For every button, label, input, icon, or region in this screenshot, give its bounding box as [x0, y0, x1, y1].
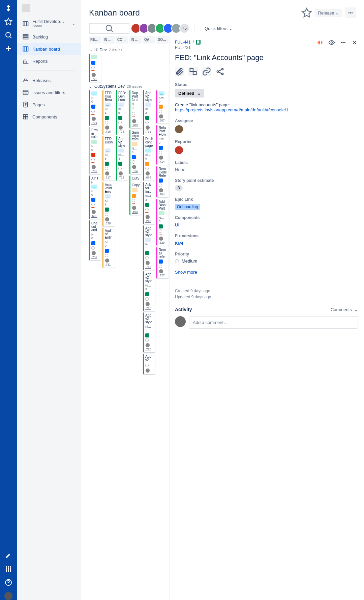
link-icon[interactable] — [202, 67, 211, 76]
fix-value[interactable]: Kiwi — [175, 241, 183, 246]
kanban-card[interactable]: FED: Gen hom…Ki…5.725 — [116, 90, 128, 135]
kanban-card[interactable]: App v2 styleKi…3.715 — [143, 271, 155, 311]
svg-rect-7 — [6, 570, 7, 572]
kanban-card[interactable]: FED: Hug Brea…Ki…1.716 — [102, 90, 115, 135]
sidebar-item-reports[interactable]: Reports — [17, 55, 81, 67]
star-button[interactable] — [301, 7, 312, 18]
kanban-card[interactable]: A h t p…N…0••••.603 — [89, 175, 101, 219]
description-link[interactable]: https://projects.invisionapp.com/d/main/… — [175, 107, 289, 112]
watch-icon[interactable] — [328, 39, 335, 46]
kanban-card[interactable]: App v2 style…Ki…1.713 — [143, 225, 155, 270]
sidebar-item-releases[interactable]: Releases — [17, 74, 81, 86]
svg-point-28 — [222, 73, 223, 75]
reporter-label: Reporter — [175, 139, 358, 144]
swimlane-header[interactable]: ⌄ OutSystems Dev 26 issues — [89, 82, 169, 90]
rocket-icon[interactable] — [4, 551, 12, 560]
kanban-card[interactable]: Sam expo from…N…0.514 — [129, 130, 142, 174]
kanban-card[interactable]: Rem Code Refe.704 — [156, 166, 169, 197]
kanban-card[interactable]: …Kiwi0.687 — [156, 90, 169, 124]
activity-selector[interactable]: Comments ⌄ — [331, 307, 358, 312]
epic-label: Epic Link — [175, 197, 358, 202]
subtask-icon[interactable] — [188, 67, 198, 76]
avatar-more[interactable]: +5 — [179, 23, 189, 33]
kanban-card[interactable]: App v2 style…Ki…3.712 — [116, 136, 128, 181]
kanban-card[interactable]: …N…0••••.701 — [89, 90, 101, 126]
priority-icon — [175, 259, 179, 263]
sidebar-item-components[interactable]: Components — [17, 111, 81, 123]
kanban-card[interactable]: Refa Part FlowKiwi0.714 — [156, 125, 169, 165]
kanban-card[interactable]: Che out andN…0.732 — [89, 220, 101, 260]
share-icon[interactable] — [215, 67, 225, 76]
give-feedback-icon[interactable] — [317, 39, 324, 46]
breadcrumb-child[interactable]: FUL-721 — [175, 45, 191, 50]
issue-title[interactable]: FED: "Link Accounts" page — [175, 53, 358, 62]
kanban-card[interactable]: …••••.723 — [89, 54, 101, 82]
column-header[interactable]: DO… — [156, 36, 169, 44]
comment-input[interactable]: Add a comment… — [189, 316, 358, 329]
quick-filters[interactable]: Quick filters ⌄ — [205, 26, 233, 31]
star-icon[interactable] — [4, 18, 12, 26]
apps-icon[interactable] — [4, 565, 12, 573]
breadcrumb-parent[interactable]: FUL-441 — [175, 40, 191, 45]
kanban-card[interactable]: Erro in calc…N…0••••.702 — [89, 127, 101, 174]
more-icon[interactable]: ••• — [340, 39, 346, 46]
sp-label: Story point estimate — [175, 178, 358, 183]
kanban-card[interactable]: Dup Part funcN…0••••.703 — [129, 90, 142, 128]
project-name — [33, 6, 34, 11]
kanban-card[interactable]: Acco valid Erro…Ki…8.638 — [102, 182, 115, 226]
comment-avatar — [175, 316, 186, 327]
column-header[interactable]: IN … — [129, 36, 142, 44]
kanban-card[interactable]: App v2 style…Ki…2.711 — [143, 90, 155, 135]
svg-rect-6 — [10, 568, 11, 570]
jira-logo-icon[interactable] — [4, 4, 12, 12]
column-header[interactable]: IN … — [102, 36, 115, 44]
column-header[interactable]: QA… — [143, 36, 155, 44]
labels-value[interactable]: None — [175, 167, 358, 172]
svg-rect-8 — [8, 570, 9, 572]
kanban-card[interactable]: Dash cont page…Ki…0.686 — [143, 136, 155, 181]
description[interactable]: Create "link accounts" page: https://pro… — [175, 102, 358, 112]
labels-label: Labels — [175, 160, 358, 165]
attach-icon[interactable] — [175, 67, 184, 76]
release-button[interactable]: Release ⌄ — [315, 9, 342, 17]
sidebar-item-board[interactable]: Fulfill Develop… Board ⌄ — [17, 16, 81, 31]
kanban-card[interactable]: Ask for firstKiwi3••••.242 — [143, 182, 155, 224]
column-header[interactable]: RE… — [89, 36, 101, 44]
sidebar-item-sublabel: Board — [32, 24, 64, 28]
backlog-icon — [22, 33, 29, 40]
close-icon[interactable] — [351, 39, 358, 46]
kanban-card[interactable]: App v2 styleKi…1.728 — [143, 312, 155, 352]
kanban-board: RE…IN …CO…IN …QA…DO… ⌄ UI Dev 7 issues…•… — [81, 36, 169, 600]
plus-icon[interactable] — [4, 45, 12, 53]
components-value[interactable]: UI — [175, 222, 179, 227]
kanban-card[interactable]: App v2 — [143, 354, 155, 374]
help-icon[interactable] — [4, 578, 12, 587]
status-dropdown[interactable]: Defined⌄ — [175, 89, 204, 98]
user-avatar[interactable] — [4, 592, 12, 600]
assignee-field[interactable] — [175, 125, 358, 133]
search-input[interactable] — [89, 23, 129, 34]
filters-icon — [22, 89, 29, 96]
swimlane-header[interactable]: ⌄ UI Dev 7 issues — [89, 46, 169, 54]
sidebar-item-label: Pages — [32, 102, 45, 107]
sp-value[interactable]: 8 — [175, 185, 183, 191]
kanban-card[interactable]: Aud of EntirKi…0.731 — [102, 228, 115, 268]
ship-icon — [22, 77, 29, 84]
sidebar-item-pages[interactable]: Pages — [17, 99, 81, 111]
sidebar-item-backlog[interactable]: Backlog — [17, 31, 81, 43]
epic-value[interactable]: Onboarding — [175, 204, 200, 210]
kanban-card[interactable]: OutS - Copy…••••.493 — [129, 175, 142, 215]
priority-value[interactable]: Medium — [175, 258, 358, 264]
search-icon[interactable] — [4, 31, 12, 39]
kanban-card[interactable]: Add "Ass Part…N…0••••.629 — [156, 199, 169, 246]
chevron-down-icon: ⌄ — [197, 91, 201, 96]
sidebar-item-kanban[interactable]: Kanban board — [17, 43, 81, 55]
column-header[interactable]: CO… — [116, 36, 128, 44]
kanban-card[interactable]: FED: Dash -…Ki…5.717 — [102, 136, 115, 181]
kanban-card[interactable]: Rem all refer.727 — [156, 247, 169, 278]
reporter-field[interactable] — [175, 146, 358, 154]
more-button[interactable]: ••• — [345, 7, 356, 18]
sidebar-item-issues[interactable]: Issues and filters — [17, 86, 81, 99]
show-more[interactable]: Show more — [175, 270, 358, 275]
project-logo — [22, 4, 30, 12]
